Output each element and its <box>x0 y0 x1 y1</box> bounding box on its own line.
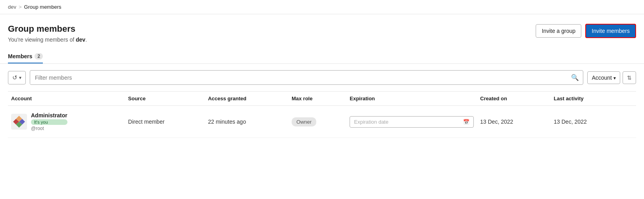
col-source: Source <box>125 92 205 106</box>
header-actions: Invite a group Invite members <box>536 24 636 38</box>
max-role-cell: Owner <box>288 106 346 138</box>
calendar-icon: 📅 <box>463 119 469 125</box>
account-username: @root <box>31 126 67 131</box>
tab-members[interactable]: Members 2 <box>8 49 43 63</box>
subtitle-prefix: You're viewing members of <box>8 36 76 43</box>
breadcrumb-separator: > <box>19 4 22 10</box>
page-subtitle: You're viewing members of dev. <box>8 36 87 43</box>
filter-history-button[interactable] <box>8 71 26 84</box>
account-you-badge: It's you <box>31 119 67 125</box>
role-badge: Owner <box>292 117 316 126</box>
col-last-activity: Last activity <box>551 92 625 106</box>
expiration-cell: Expiration date 📅 <box>346 106 477 138</box>
account-name: Administrator <box>31 112 67 119</box>
row-actions-cell <box>624 106 636 138</box>
filter-input-wrap: 🔍 <box>30 70 583 85</box>
expiration-placeholder: Expiration date <box>354 119 388 125</box>
table-row: Administrator It's you @root Direct memb… <box>8 106 636 138</box>
sort-select[interactable]: Account <box>587 71 620 84</box>
avatar <box>11 114 27 130</box>
search-button[interactable]: 🔍 <box>567 71 583 84</box>
account-info: Administrator It's you @root <box>31 112 67 131</box>
breadcrumb-current: Group members <box>24 4 62 10</box>
chevron-down-icon <box>19 75 21 80</box>
breadcrumb-parent[interactable]: dev <box>8 4 16 10</box>
breadcrumb: dev > Group members <box>0 0 644 14</box>
tab-members-label: Members <box>8 53 32 59</box>
sort-area: Account ⇅ <box>587 71 636 84</box>
filter-input[interactable] <box>30 71 567 84</box>
sort-chevron-icon <box>613 75 616 81</box>
subtitle-group: dev <box>76 36 85 43</box>
table-header: Account Source Access granted Max role E… <box>8 92 636 106</box>
search-icon: 🔍 <box>571 74 579 81</box>
sort-order-icon: ⇅ <box>627 75 632 81</box>
invite-group-button[interactable]: Invite a group <box>536 24 581 38</box>
col-created-on: Created on <box>477 92 551 106</box>
subtitle-suffix: . <box>85 36 87 43</box>
history-icon <box>12 74 17 81</box>
col-actions <box>624 92 636 106</box>
col-account: Account <box>8 92 125 106</box>
table-body: Administrator It's you @root Direct memb… <box>8 106 636 138</box>
account-cell: Administrator It's you @root <box>8 106 125 138</box>
col-access-granted: Access granted <box>205 92 288 106</box>
created-on-cell: 13 Dec, 2022 <box>477 106 551 138</box>
sort-order-button[interactable]: ⇅ <box>623 71 636 84</box>
source-cell: Direct member <box>125 106 205 138</box>
page-title: Group members <box>8 24 87 34</box>
tabs-bar: Members 2 <box>0 49 644 64</box>
col-expiration: Expiration <box>346 92 477 106</box>
invite-members-button[interactable]: Invite members <box>585 24 636 38</box>
members-table: Account Source Access granted Max role E… <box>8 91 636 138</box>
col-max-role: Max role <box>288 92 346 106</box>
filter-bar: 🔍 Account ⇅ <box>0 64 644 91</box>
access-granted-cell: 22 minutes ago <box>205 106 288 138</box>
last-activity-cell: 13 Dec, 2022 <box>551 106 625 138</box>
expiration-date-input[interactable]: Expiration date 📅 <box>350 116 474 128</box>
avatar-icon <box>11 114 27 130</box>
tab-members-count: 2 <box>35 53 43 59</box>
members-table-container: Account Source Access granted Max role E… <box>0 91 644 138</box>
sort-label: Account <box>592 75 612 81</box>
